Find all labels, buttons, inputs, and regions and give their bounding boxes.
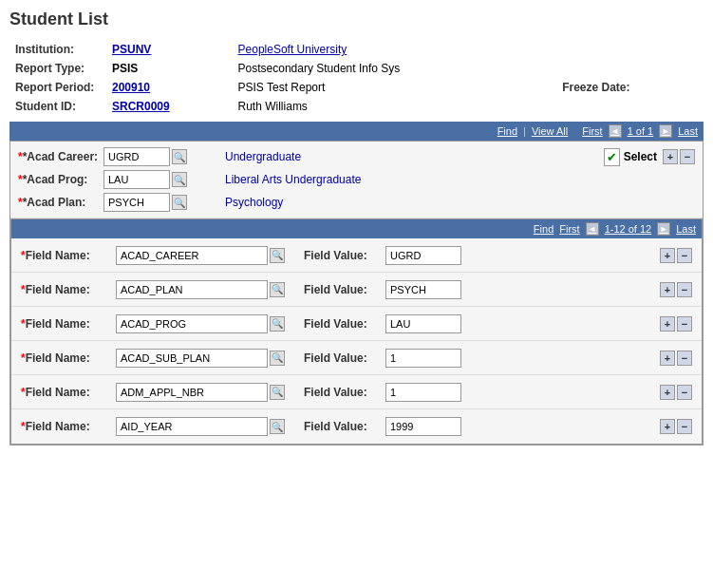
acad-section: **Acad Career: 🔍 Undergraduate ✔ Select … bbox=[9, 141, 704, 446]
acad-career-input-group: 🔍 bbox=[103, 147, 187, 166]
sub-remove-btn-2[interactable]: − bbox=[677, 316, 692, 332]
field-value-input-4[interactable] bbox=[385, 383, 461, 402]
institution-name-link[interactable]: PeopleSoft University bbox=[238, 43, 347, 56]
field-name-input-2[interactable] bbox=[116, 314, 268, 333]
sub-add-btn-3[interactable]: + bbox=[660, 351, 675, 366]
student-id-code-link[interactable]: SRCR0009 bbox=[112, 100, 170, 113]
acad-prog-input[interactable] bbox=[103, 170, 170, 189]
field-name-input-3[interactable] bbox=[116, 349, 268, 368]
field-name-input-5[interactable] bbox=[116, 417, 268, 436]
sub-add-btn-2[interactable]: + bbox=[660, 316, 675, 332]
first-label: First bbox=[582, 125, 602, 137]
sub-prev-arrow[interactable]: ◄ bbox=[586, 222, 599, 236]
field-name-label-3: *Field Name: bbox=[21, 351, 116, 365]
report-type-label: Report Type: bbox=[11, 60, 106, 77]
field-value-label-3: Field Value: bbox=[304, 351, 380, 365]
field-value-input-1[interactable] bbox=[385, 280, 461, 299]
student-id-code: SRCR0009 bbox=[108, 98, 233, 115]
top-add-button[interactable]: + bbox=[663, 149, 678, 164]
field-row-1: *Field Name: 🔍 Field Value: + − bbox=[11, 273, 702, 307]
report-type-name: Postsecondary Student Info Sys bbox=[235, 60, 557, 77]
acad-career-label: **Acad Career: bbox=[18, 150, 103, 163]
acad-prog-input-group: 🔍 bbox=[103, 170, 187, 189]
field-value-label-1: Field Value: bbox=[304, 283, 380, 296]
select-area: ✔ Select + − bbox=[604, 148, 695, 166]
field-row-5: *Field Name: 🔍 Field Value: + − bbox=[11, 409, 702, 444]
next-page-arrow[interactable]: ► bbox=[659, 124, 672, 138]
field-name-input-group-1: 🔍 bbox=[116, 280, 285, 299]
field-name-input-group-4: 🔍 bbox=[116, 383, 285, 402]
report-period-label: Report Period: bbox=[11, 79, 106, 96]
sub-find-link[interactable]: Find bbox=[534, 223, 554, 235]
field-row-4: *Field Name: 🔍 Field Value: + − bbox=[11, 375, 702, 409]
sub-add-btn-0[interactable]: + bbox=[660, 248, 675, 263]
sub-next-arrow[interactable]: ► bbox=[657, 222, 670, 236]
acad-prog-desc: Liberal Arts Undergraduate bbox=[225, 173, 361, 186]
sub-add-remove-4: + − bbox=[660, 385, 692, 400]
field-name-input-4[interactable] bbox=[116, 383, 268, 402]
page-container: Student List Institution: PSUNV PeopleSo… bbox=[0, 0, 713, 588]
find-link[interactable]: Find bbox=[497, 125, 517, 137]
field-name-lookup-1[interactable]: 🔍 bbox=[270, 282, 285, 297]
field-value-input-0[interactable] bbox=[385, 246, 461, 265]
acad-prog-lookup-icon[interactable]: 🔍 bbox=[172, 172, 187, 187]
acad-career-input[interactable] bbox=[103, 147, 170, 166]
field-name-lookup-5[interactable]: 🔍 bbox=[270, 419, 285, 434]
sub-remove-btn-1[interactable]: − bbox=[677, 282, 692, 297]
field-value-label-2: Field Value: bbox=[304, 317, 380, 331]
field-name-label-1: *Field Name: bbox=[21, 283, 116, 296]
acad-plan-input[interactable] bbox=[103, 193, 170, 212]
field-name-input-group-5: 🔍 bbox=[116, 417, 285, 436]
first-nav-text bbox=[573, 125, 576, 137]
field-row-3: *Field Name: 🔍 Field Value: + − bbox=[11, 341, 702, 375]
institution-code: PSUNV bbox=[108, 41, 233, 58]
field-name-lookup-2[interactable]: 🔍 bbox=[270, 316, 285, 332]
sub-remove-btn-0[interactable]: − bbox=[677, 248, 692, 263]
sub-remove-btn-5[interactable]: − bbox=[677, 419, 692, 434]
field-value-input-3[interactable] bbox=[385, 349, 461, 368]
acad-career-desc: Undergraduate bbox=[225, 150, 301, 163]
sub-nav-bar: Find First ◄ 1-12 of 12 ► Last bbox=[11, 219, 702, 238]
student-id-label: Student ID: bbox=[11, 98, 106, 115]
sub-section: Find First ◄ 1-12 of 12 ► Last *Field Na… bbox=[10, 218, 703, 445]
field-rows-container: *Field Name: 🔍 Field Value: + − *Field N… bbox=[11, 238, 702, 444]
sub-add-remove-3: + − bbox=[660, 351, 692, 366]
field-name-input-1[interactable] bbox=[116, 280, 268, 299]
field-name-lookup-4[interactable]: 🔍 bbox=[270, 385, 285, 400]
prev-page-arrow[interactable]: ◄ bbox=[609, 124, 622, 138]
sub-add-remove-5: + − bbox=[660, 419, 692, 434]
field-name-lookup-3[interactable]: 🔍 bbox=[270, 351, 285, 366]
acad-plan-label: **Acad Plan: bbox=[18, 196, 103, 209]
select-checkbox[interactable]: ✔ bbox=[604, 148, 620, 166]
sub-add-btn-1[interactable]: + bbox=[660, 282, 675, 297]
acad-career-lookup-icon[interactable]: 🔍 bbox=[172, 149, 187, 164]
field-name-input-group-0: 🔍 bbox=[116, 246, 285, 265]
field-value-input-2[interactable] bbox=[385, 314, 461, 333]
field-name-label-0: *Field Name: bbox=[21, 249, 116, 262]
page-info: 1 of 1 bbox=[628, 125, 654, 137]
report-period-code: 200910 bbox=[108, 79, 233, 96]
top-remove-button[interactable]: − bbox=[680, 149, 695, 164]
select-label: Select bbox=[624, 150, 657, 163]
field-name-label-2: *Field Name: bbox=[21, 317, 116, 331]
sub-first-label: First bbox=[559, 223, 579, 235]
institution-code-link[interactable]: PSUNV bbox=[112, 43, 151, 56]
view-all-link[interactable]: View All bbox=[532, 125, 568, 137]
sub-remove-btn-4[interactable]: − bbox=[677, 385, 692, 400]
institution-name: PeopleSoft University bbox=[235, 41, 557, 58]
field-name-label-5: *Field Name: bbox=[21, 420, 116, 433]
field-name-input-group-3: 🔍 bbox=[116, 349, 285, 368]
last-link[interactable]: Last bbox=[678, 125, 698, 137]
report-period-code-link[interactable]: 200910 bbox=[112, 81, 150, 94]
top-add-remove-btns: + − bbox=[663, 149, 695, 164]
sub-add-btn-5[interactable]: + bbox=[660, 419, 675, 434]
sub-remove-btn-3[interactable]: − bbox=[677, 351, 692, 366]
field-value-label-0: Field Value: bbox=[304, 249, 380, 262]
field-value-input-5[interactable] bbox=[385, 417, 461, 436]
field-value-label-4: Field Value: bbox=[304, 386, 380, 399]
sub-last-link[interactable]: Last bbox=[676, 223, 696, 235]
acad-plan-lookup-icon[interactable]: 🔍 bbox=[172, 195, 187, 210]
field-name-input-0[interactable] bbox=[116, 246, 268, 265]
sub-add-btn-4[interactable]: + bbox=[660, 385, 675, 400]
field-name-lookup-0[interactable]: 🔍 bbox=[270, 248, 285, 263]
